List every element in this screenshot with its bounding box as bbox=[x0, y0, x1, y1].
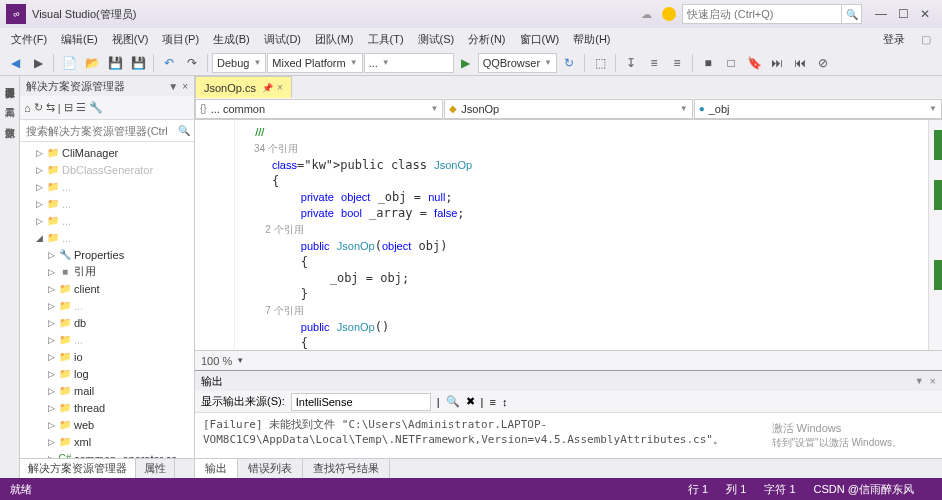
login-avatar-icon[interactable]: ▢ bbox=[914, 31, 938, 48]
new-project-icon[interactable]: 📄 bbox=[58, 52, 80, 74]
quick-launch-search-icon[interactable]: 🔍 bbox=[842, 4, 862, 24]
nav-forward-icon[interactable]: ▶ bbox=[27, 52, 49, 74]
solution-search-icon[interactable]: 🔍 bbox=[174, 125, 194, 136]
tree-node[interactable]: ▷📁db bbox=[20, 314, 194, 331]
nav-back-icon[interactable]: ◀ bbox=[4, 52, 26, 74]
maximize-button[interactable]: ☐ bbox=[892, 5, 914, 23]
tree-node[interactable]: ▷📁io bbox=[20, 348, 194, 365]
menu-build[interactable]: 生成(B) bbox=[206, 30, 257, 49]
sol-collapse-icon[interactable]: ⊟ bbox=[64, 101, 73, 114]
tab-close-icon[interactable]: × bbox=[277, 82, 283, 93]
solution-close-icon[interactable]: × bbox=[182, 81, 188, 92]
menu-window[interactable]: 窗口(W) bbox=[513, 30, 567, 49]
properties-tab[interactable]: 属性 bbox=[136, 459, 175, 478]
solution-tree[interactable]: ▷📁CliManager▷📁DbClassGenerator▷📁...▷📁...… bbox=[20, 142, 194, 458]
tree-node[interactable]: ▷📁thread bbox=[20, 399, 194, 416]
bookmark-next-icon[interactable]: ⏭ bbox=[766, 52, 788, 74]
tree-node[interactable]: ▷📁log bbox=[20, 365, 194, 382]
sol-showall-icon[interactable]: ☰ bbox=[76, 101, 86, 114]
menu-help[interactable]: 帮助(H) bbox=[566, 30, 617, 49]
code-editor[interactable]: /// 34 个引用 class="kw">public class JsonO… bbox=[195, 120, 942, 350]
tree-node[interactable]: ▷📁web bbox=[20, 416, 194, 433]
output-scroll-icon[interactable]: ↕ bbox=[502, 396, 508, 408]
config-selector[interactable]: Debug▼ bbox=[212, 53, 266, 73]
document-tab-label: JsonOp.cs bbox=[204, 82, 256, 94]
redo-icon[interactable]: ↷ bbox=[181, 52, 203, 74]
tree-node[interactable]: ▷📁... bbox=[20, 212, 194, 229]
menu-project[interactable]: 项目(P) bbox=[155, 30, 206, 49]
refresh-icon[interactable]: ↻ bbox=[558, 52, 580, 74]
tree-node[interactable]: ▷C#common_operator.cs bbox=[20, 450, 194, 458]
output-title: 输出 bbox=[201, 374, 223, 389]
tree-node[interactable]: ▷📁DbClassGenerator bbox=[20, 161, 194, 178]
tree-node[interactable]: ▷📁client bbox=[20, 280, 194, 297]
solution-search-input[interactable] bbox=[20, 125, 174, 137]
uncomment-icon[interactable]: □ bbox=[720, 52, 742, 74]
minimize-button[interactable]: — bbox=[870, 5, 892, 23]
pin-icon[interactable]: 📌 bbox=[262, 83, 273, 93]
document-tab[interactable]: JsonOp.cs 📌 × bbox=[195, 76, 292, 98]
menu-test[interactable]: 测试(S) bbox=[411, 30, 462, 49]
tree-node[interactable]: ▷📁... bbox=[20, 178, 194, 195]
tree-node[interactable]: ▷📁... bbox=[20, 297, 194, 314]
bottom-tab-output[interactable]: 输出 bbox=[195, 459, 238, 478]
bookmark-prev-icon[interactable]: ⏮ bbox=[789, 52, 811, 74]
namespace-selector[interactable]: {}... common▼ bbox=[195, 99, 443, 119]
bookmark-icon[interactable]: 🔖 bbox=[743, 52, 765, 74]
tree-node[interactable]: ▷📁... bbox=[20, 195, 194, 212]
browser-selector[interactable]: QQBrowser▼ bbox=[478, 53, 557, 73]
target-selector[interactable]: ...▼ bbox=[364, 53, 454, 73]
sol-properties-icon[interactable]: 🔧 bbox=[89, 101, 103, 114]
sol-sync-icon[interactable]: ⇆ bbox=[46, 101, 55, 114]
save-icon[interactable]: 💾 bbox=[104, 52, 126, 74]
bookmark-clear-icon[interactable]: ⊘ bbox=[812, 52, 834, 74]
output-body[interactable]: [Failure] 未能找到文件 "C:\Users\Administrator… bbox=[195, 413, 942, 458]
run-icon[interactable]: ▶ bbox=[455, 52, 477, 74]
menu-analyze[interactable]: 分析(N) bbox=[461, 30, 512, 49]
cloud-icon[interactable]: ☁ bbox=[641, 8, 652, 21]
menu-debug[interactable]: 调试(D) bbox=[257, 30, 308, 49]
tree-node[interactable]: ▷■引用 bbox=[20, 263, 194, 280]
output-dropdown-icon[interactable]: ▼ bbox=[915, 376, 924, 386]
tree-node[interactable]: ▷📁xml bbox=[20, 433, 194, 450]
menu-edit[interactable]: 编辑(E) bbox=[54, 30, 105, 49]
status-line: 行 1 bbox=[688, 482, 708, 497]
tree-node[interactable]: ▷📁mail bbox=[20, 382, 194, 399]
indent-icon[interactable]: ≡ bbox=[643, 52, 665, 74]
tree-node[interactable]: ▷📁... bbox=[20, 331, 194, 348]
tree-node[interactable]: ▷🔧Properties bbox=[20, 246, 194, 263]
menu-view[interactable]: 视图(V) bbox=[105, 30, 156, 49]
platform-selector[interactable]: Mixed Platform▼ bbox=[267, 53, 362, 73]
undo-icon[interactable]: ↶ bbox=[158, 52, 180, 74]
menu-file[interactable]: 文件(F) bbox=[4, 30, 54, 49]
status-col: 列 1 bbox=[726, 482, 746, 497]
comment-icon[interactable]: ■ bbox=[697, 52, 719, 74]
menu-team[interactable]: 团队(M) bbox=[308, 30, 361, 49]
outdent-icon[interactable]: ≡ bbox=[666, 52, 688, 74]
output-source-selector[interactable]: IntelliSense bbox=[291, 393, 431, 411]
bottom-tab-symbols[interactable]: 查找符号结果 bbox=[303, 459, 390, 478]
tree-node[interactable]: ◢📁... bbox=[20, 229, 194, 246]
bottom-tab-errors[interactable]: 错误列表 bbox=[238, 459, 303, 478]
quick-launch-input[interactable] bbox=[682, 4, 842, 24]
solution-tab[interactable]: 解决方案资源管理器 bbox=[20, 459, 136, 478]
output-find-icon[interactable]: 🔍 bbox=[446, 395, 460, 408]
output-clear-icon[interactable]: ✖ bbox=[466, 395, 475, 408]
output-wrap-icon[interactable]: ≡ bbox=[489, 396, 495, 408]
zoom-selector[interactable]: 100 % bbox=[201, 355, 232, 367]
save-all-icon[interactable]: 💾 bbox=[127, 52, 149, 74]
open-icon[interactable]: 📂 bbox=[81, 52, 103, 74]
solution-dropdown-icon[interactable]: ▼ bbox=[168, 81, 178, 92]
notification-icon[interactable] bbox=[662, 7, 676, 21]
tool-icon[interactable]: ⬚ bbox=[589, 52, 611, 74]
sol-home-icon[interactable]: ⌂ bbox=[24, 102, 31, 114]
login-button[interactable]: 登录 bbox=[876, 30, 912, 49]
sol-refresh-icon[interactable]: ↻ bbox=[34, 101, 43, 114]
close-button[interactable]: ✕ bbox=[914, 5, 936, 23]
step-icon[interactable]: ↧ bbox=[620, 52, 642, 74]
tree-node[interactable]: ▷📁CliManager bbox=[20, 144, 194, 161]
output-close-icon[interactable]: × bbox=[930, 375, 936, 387]
menu-tools[interactable]: 工具(T) bbox=[361, 30, 411, 49]
member-selector[interactable]: ●_obj▼ bbox=[694, 99, 942, 119]
class-selector[interactable]: ◆JsonOp▼ bbox=[444, 99, 692, 119]
